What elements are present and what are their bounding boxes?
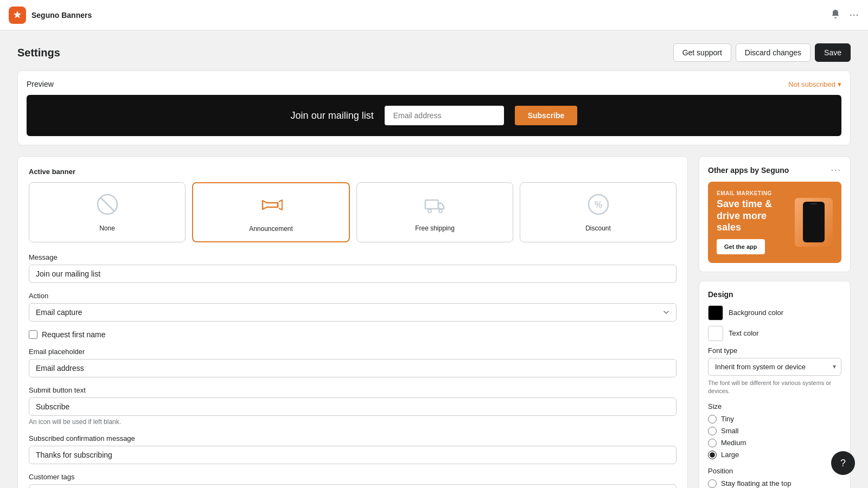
action-group: Action Email capture Link None xyxy=(29,292,676,322)
request-first-name-checkbox[interactable] xyxy=(29,330,37,339)
promo-headline: Save time & drive more sales xyxy=(717,198,788,234)
customer-tags-label: Customer tags xyxy=(29,473,676,481)
app-icon xyxy=(9,7,26,24)
svg-point-3 xyxy=(428,209,431,213)
announce-icon xyxy=(258,192,284,220)
background-color-swatch[interactable] xyxy=(708,305,723,320)
svg-rect-2 xyxy=(425,200,438,209)
page-header: Settings Get support Discard changes Sav… xyxy=(0,30,868,70)
banner-type-free-shipping-label: Free shipping xyxy=(415,224,455,232)
none-icon xyxy=(94,191,120,219)
promo-banner: EMAIL MARKETING Save time & drive more s… xyxy=(708,182,841,263)
text-color-label: Text color xyxy=(729,329,759,337)
other-apps-more-icon[interactable]: ··· xyxy=(831,165,841,175)
nav-right: ··· xyxy=(830,9,859,22)
phone-mockup xyxy=(803,202,825,242)
other-apps-header: Other apps by Seguno ··· xyxy=(708,165,841,175)
size-label: Size xyxy=(708,402,841,410)
banner-type-none[interactable]: None xyxy=(29,182,186,242)
promo-eyebrow: EMAIL MARKETING xyxy=(717,190,788,196)
banner-email-input[interactable] xyxy=(385,106,504,125)
font-select-wrap: Inherit from system or device Arial Geor… xyxy=(708,358,841,376)
banner-type-discount[interactable]: % Discount xyxy=(520,182,676,242)
size-large-label: Large xyxy=(721,451,739,459)
design-title: Design xyxy=(708,290,841,299)
page-title: Settings xyxy=(17,47,60,59)
design-card: Design Background color Text color Font … xyxy=(699,281,851,488)
message-input[interactable] xyxy=(29,265,676,283)
help-button[interactable]: ? xyxy=(831,451,855,475)
banner-preview: Join our mailing list Subscribe xyxy=(27,95,841,136)
message-group: Message xyxy=(29,253,676,283)
top-nav: Seguno Banners ··· xyxy=(0,0,868,30)
other-apps-title: Other apps by Seguno xyxy=(708,166,789,175)
banner-type-announcement-label: Announcement xyxy=(249,225,293,233)
get-support-button[interactable]: Get support xyxy=(673,43,731,62)
action-label: Action xyxy=(29,292,676,300)
request-first-name-group: Request first name xyxy=(29,330,676,339)
nav-left: Seguno Banners xyxy=(9,7,92,24)
text-color-swatch[interactable] xyxy=(708,326,723,341)
submit-btn-label: Submit button text xyxy=(29,386,676,394)
discard-changes-button[interactable]: Discard changes xyxy=(736,43,810,62)
size-tiny-label: Tiny xyxy=(721,415,734,423)
discount-icon: % xyxy=(585,191,611,219)
banner-type-none-label: None xyxy=(99,224,115,232)
main-content: Preview Not subscribed ▾ Join our mailin… xyxy=(0,70,868,488)
nav-more-icon[interactable]: ··· xyxy=(850,11,859,20)
promo-image xyxy=(795,198,833,247)
background-color-row: Background color xyxy=(708,305,841,320)
size-large: Large xyxy=(708,451,841,459)
banner-preview-text: Join our mailing list xyxy=(291,110,374,121)
text-color-row: Text color xyxy=(708,326,841,341)
size-small-label: Small xyxy=(721,427,739,435)
position-radio-group: Stay floating at the top Stay floating a… xyxy=(708,479,841,488)
svg-line-1 xyxy=(100,197,114,211)
email-placeholder-group: Email placeholder xyxy=(29,348,676,377)
size-medium-radio[interactable] xyxy=(708,439,717,447)
svg-point-4 xyxy=(439,209,442,213)
size-large-radio[interactable] xyxy=(708,451,717,459)
banner-type-announcement[interactable]: Announcement xyxy=(192,182,350,242)
banner-type-free-shipping[interactable]: Free shipping xyxy=(356,182,513,242)
left-panel: Active banner None xyxy=(17,156,688,488)
customer-tags-input[interactable] xyxy=(29,484,676,488)
subscribed-msg-label: Subscribed confirmation message xyxy=(29,434,676,442)
banner-subscribe-button[interactable]: Subscribe xyxy=(515,106,578,125)
app-name: Seguno Banners xyxy=(31,11,92,20)
size-tiny: Tiny xyxy=(708,415,841,423)
position-top-label: Stay floating at the top xyxy=(721,479,791,487)
submit-btn-input[interactable] xyxy=(29,397,676,416)
size-medium-label: Medium xyxy=(721,439,746,447)
submit-hint: An icon will be used if left blank. xyxy=(29,418,676,426)
size-small-radio[interactable] xyxy=(708,427,717,435)
font-type-select[interactable]: Inherit from system or device Arial Geor… xyxy=(708,358,841,376)
preview-card: Preview Not subscribed ▾ Join our mailin… xyxy=(17,70,851,145)
subscription-status[interactable]: Not subscribed ▾ xyxy=(788,80,841,88)
chevron-down-icon: ▾ xyxy=(838,80,841,88)
position-label: Position xyxy=(708,467,841,475)
font-hint: The font will be different for various s… xyxy=(708,379,841,396)
action-select[interactable]: Email capture Link None xyxy=(29,303,676,322)
message-label: Message xyxy=(29,253,676,261)
position-top-radio[interactable] xyxy=(708,479,717,488)
preview-label: Preview xyxy=(27,80,54,88)
promo-get-app-button[interactable]: Get the app xyxy=(717,239,765,254)
promo-text: EMAIL MARKETING Save time & drive more s… xyxy=(717,190,788,254)
email-placeholder-label: Email placeholder xyxy=(29,348,676,356)
header-actions: Get support Discard changes Save xyxy=(673,43,851,62)
preview-header: Preview Not subscribed ▾ xyxy=(27,80,841,88)
request-first-name-label: Request first name xyxy=(42,330,106,339)
other-apps-card: Other apps by Seguno ··· EMAIL MARKETING… xyxy=(699,156,851,272)
save-button[interactable]: Save xyxy=(815,43,851,62)
subscribed-msg-input[interactable] xyxy=(29,446,676,464)
ship-icon xyxy=(422,191,448,219)
notification-icon[interactable] xyxy=(830,9,841,22)
svg-text:%: % xyxy=(594,200,602,209)
size-tiny-radio[interactable] xyxy=(708,415,717,423)
position-top: Stay floating at the top xyxy=(708,479,841,488)
email-placeholder-input[interactable] xyxy=(29,359,676,377)
customer-tags-group: Customer tags Up to 5 tags can be added … xyxy=(29,473,676,488)
banner-type-selector: None Announcement xyxy=(29,182,676,242)
size-small: Small xyxy=(708,427,841,435)
